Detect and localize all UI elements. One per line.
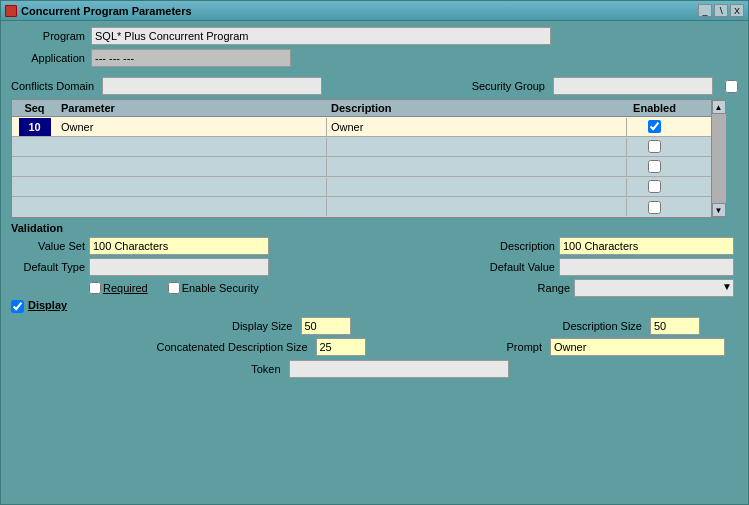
security-group-label: Security Group [472,80,545,92]
minimize-button[interactable]: _ [698,4,712,17]
validation-section: Validation Value Set Description Default… [11,222,738,297]
table-row[interactable] [12,197,725,217]
enabled-checkbox[interactable] [648,160,661,173]
title-bar-left: Concurrent Program Parameters [5,5,192,17]
parameters-table: Seq Parameter Description Enabled 10 Own… [11,99,726,218]
application-row: Application [11,49,738,67]
required-checkbox[interactable] [89,282,101,294]
range-dropdown-wrapper: ▼ [574,279,734,297]
value-set-label: Value Set [15,240,85,252]
conflicts-domain-input[interactable] [102,77,322,95]
row-param-cell [57,138,327,156]
default-type-input[interactable] [89,258,269,276]
application-input[interactable] [91,49,291,67]
enable-security-checkbox-label[interactable]: Enable Security [168,282,259,294]
table-header: Seq Parameter Description Enabled [12,100,725,117]
enabled-checkbox[interactable] [648,140,661,153]
table-scrollbar[interactable]: ▲ ▼ [711,100,725,217]
display-grid: Display Size Description Size Concatenat… [11,317,738,356]
description-input-v[interactable] [559,237,734,255]
display-size-label: Display Size [203,320,293,332]
concat-desc-size-label: Concatenated Description Size [143,341,308,353]
scroll-down-button[interactable]: ▼ [712,203,726,217]
enable-security-label: Enable Security [182,282,259,294]
program-input[interactable] [91,27,551,45]
enabled-checkbox[interactable] [648,201,661,214]
display-section: Display Display Size Description Size Co… [11,299,738,378]
display-row-1: Display Size Description Size [15,317,734,335]
display-header: Display [11,299,738,314]
token-row: Token [11,360,738,378]
close-button[interactable]: X [730,4,744,17]
row-desc-cell: Owner [327,118,627,136]
table-body: 10 Owner Owner [12,117,725,217]
conflicts-domain-label: Conflicts Domain [11,80,94,92]
security-group-checkbox[interactable] [725,80,738,93]
row-param-cell [57,198,327,216]
window-icon [5,5,17,17]
title-bar-controls: _ ∖ X [698,4,744,17]
token-input[interactable] [289,360,509,378]
col-desc-header: Description [327,101,627,115]
title-bar: Concurrent Program Parameters _ ∖ X [1,1,748,21]
row-enabled-cell [627,180,682,193]
display-row-2: Concatenated Description Size Prompt [15,338,734,356]
scroll-up-button[interactable]: ▲ [712,100,726,114]
col-param-header: Parameter [57,101,327,115]
validation-row-3: Required Enable Security Range ▼ [15,279,734,297]
enabled-checkbox[interactable] [648,180,661,193]
row-enabled-cell [627,120,682,133]
scroll-track [712,114,726,203]
value-set-input[interactable] [89,237,269,255]
row-enabled-cell [627,201,682,214]
validation-row-2: Default Type Default Value [15,258,734,276]
prompt-label: Prompt [497,341,542,353]
row-desc-cell [327,138,627,156]
default-value-input[interactable] [559,258,734,276]
token-label: Token [241,363,281,375]
restore-button[interactable]: ∖ [714,4,728,17]
validation-grid: Value Set Description Default Type Defau… [11,237,738,297]
row-param-cell [57,178,327,196]
validation-row-1: Value Set Description [15,237,734,255]
row-param-cell [57,158,327,176]
row-enabled-cell [627,140,682,153]
display-enabled-checkbox[interactable] [11,300,24,313]
description-size-input[interactable] [650,317,700,335]
content-area: Program Application Conflicts Domain Sec… [1,21,748,384]
row-desc-cell [327,178,627,196]
row-seq-cell [12,166,57,168]
table-row[interactable] [12,157,725,177]
row-seq-cell [12,206,57,208]
range-label: Range [500,282,570,294]
enable-security-checkbox[interactable] [168,282,180,294]
prompt-input[interactable] [550,338,725,356]
main-window: Concurrent Program Parameters _ ∖ X Prog… [0,0,749,505]
row-seq-cell: 10 [12,116,57,138]
col-seq-header: Seq [12,101,57,115]
enabled-checkbox[interactable] [648,120,661,133]
conflicts-row: Conflicts Domain Security Group [11,77,738,95]
description-label-v: Description [485,240,555,252]
row-seq-cell [12,146,57,148]
default-type-label: Default Type [15,261,85,273]
row-desc-cell [327,158,627,176]
program-label: Program [11,30,91,42]
display-size-input[interactable] [301,317,351,335]
concat-desc-size-input[interactable] [316,338,366,356]
range-dropdown[interactable] [574,279,734,297]
table-row[interactable] [12,177,725,197]
validation-label: Validation [11,222,738,234]
security-group-input[interactable] [553,77,713,95]
application-label: Application [11,52,91,64]
row-enabled-cell [627,160,682,173]
description-size-label: Description Size [542,320,642,332]
table-row[interactable]: 10 Owner Owner [12,117,725,137]
required-checkbox-label[interactable]: Required [89,282,148,294]
table-row[interactable] [12,137,725,157]
row-desc-cell [327,198,627,216]
col-enabled-header: Enabled [627,101,682,115]
seq-value: 10 [19,118,51,136]
row-param-cell: Owner [57,118,327,136]
row-seq-cell [12,186,57,188]
